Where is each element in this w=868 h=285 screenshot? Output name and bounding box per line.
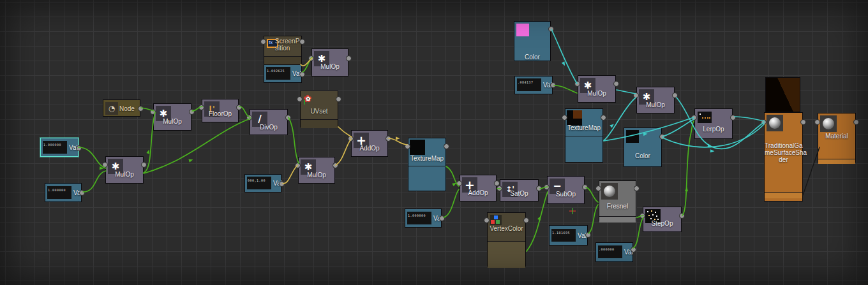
port-input[interactable]	[297, 96, 303, 102]
wire[interactable]	[588, 205, 598, 233]
node-section-divider	[765, 192, 802, 198]
node-uvset[interactable]: ✿✿UVset	[300, 91, 338, 128]
node-mulop-d[interactable]: ✱MulOp	[298, 157, 335, 184]
node-addop-b[interactable]: +AddOp	[460, 175, 497, 201]
node-mulop-f[interactable]: ✱MulOp	[636, 87, 675, 113]
port-input[interactable]	[562, 115, 567, 121]
wire[interactable]	[446, 166, 459, 186]
node-traditional[interactable]: TraditionalGa meSurfaceSha der	[764, 112, 803, 201]
port-output[interactable]	[730, 115, 736, 121]
port-output[interactable]	[634, 186, 640, 191]
wire[interactable]	[682, 121, 694, 216]
node-node[interactable]: ◔Node	[103, 99, 140, 117]
origin-marker	[569, 208, 576, 214]
node-color-a[interactable]: Color	[514, 21, 551, 61]
port-output[interactable]	[523, 217, 529, 223]
wire[interactable]	[336, 139, 351, 165]
multiply-icon: ✱	[108, 159, 123, 174]
sphere-icon	[767, 115, 783, 131]
node-graph-canvas[interactable]: ScreenPo sition1.002625Val✱MulOp✿✿UVset◔…	[0, 0, 868, 285]
node-section-divider	[264, 56, 301, 64]
node-satop[interactable]: ↕'SatOp	[500, 179, 539, 201]
node-subop[interactable]: −SubOp	[547, 176, 585, 204]
texture-thumbnail	[567, 110, 582, 126]
node-divop[interactable]: /DivOp	[250, 109, 288, 135]
node-val-b[interactable]: 1.000000Val	[45, 183, 82, 202]
node-mulop-c[interactable]: ✱MulOp	[105, 156, 144, 184]
wire[interactable]	[735, 117, 764, 121]
node-vertexcolor[interactable]: VertexColor	[487, 212, 526, 267]
port-output[interactable]	[613, 81, 619, 87]
port-output[interactable]	[336, 96, 341, 102]
node-mulop-a[interactable]: ✱MulOp	[311, 48, 348, 77]
node-section-divider	[488, 241, 525, 268]
node-label: Fresnel	[599, 203, 636, 210]
multiply-icon: ✱	[156, 106, 171, 121]
wire[interactable]	[554, 85, 577, 93]
port-output[interactable]	[444, 143, 449, 149]
value-thumbnail: 1.002625	[266, 67, 290, 80]
port-output[interactable]	[439, 216, 445, 221]
port-input[interactable]	[260, 39, 266, 45]
wire[interactable]	[803, 147, 819, 195]
port-output[interactable]	[236, 105, 242, 110]
port-output[interactable]	[800, 119, 806, 125]
node-screen-position[interactable]: ScreenPo sition	[264, 36, 302, 64]
port-output[interactable]	[141, 162, 147, 168]
node-section-divider	[301, 119, 338, 128]
port-output[interactable]	[76, 145, 82, 151]
multiply-icon: ✱	[639, 89, 654, 105]
port-output[interactable]	[601, 115, 606, 121]
sphere-icon	[601, 183, 618, 200]
color-swatch	[516, 24, 529, 36]
node-mulop-e[interactable]: ✱MulOp	[578, 75, 616, 103]
port-output[interactable]	[189, 109, 195, 115]
wire[interactable]	[283, 165, 297, 184]
node-val-sel[interactable]: 1.000000Val	[40, 138, 79, 157]
port-input[interactable]	[595, 186, 601, 191]
port-input[interactable]	[484, 217, 490, 223]
node-texturemap-a[interactable]: TextureMap	[408, 138, 446, 191]
node-material[interactable]: Material	[818, 113, 856, 163]
value-thumbnail: 1.000000	[43, 141, 67, 154]
value-thumbnail: 000,1.00	[247, 177, 271, 189]
wire[interactable]	[389, 138, 407, 145]
node-stepop[interactable]: StepOp	[643, 207, 682, 232]
node-val-e[interactable]: 1.181695Val	[549, 225, 588, 245]
node-floorop[interactable]: ⌊'FloorOp	[202, 99, 239, 122]
port-output[interactable]	[79, 190, 85, 196]
wire[interactable]	[83, 171, 106, 192]
port-input[interactable]	[814, 119, 820, 125]
node-label: Color	[624, 152, 661, 159]
node-label: ScreenPo sition	[275, 38, 303, 52]
node-texturemap-b[interactable]: TextureMap	[565, 108, 603, 163]
port-output[interactable]	[853, 119, 859, 125]
port-output[interactable]	[299, 39, 305, 45]
port-output[interactable]	[138, 106, 144, 112]
node-val-c[interactable]: 000,1.00Val	[244, 174, 281, 193]
node-color-b[interactable]: Color	[624, 128, 662, 167]
node-mulop-b[interactable]: ✱MulOp	[153, 103, 191, 131]
divide-icon: /	[252, 112, 267, 127]
node-label: Color	[514, 54, 550, 61]
node-val-a[interactable]: 1.002625Val	[264, 64, 302, 83]
port-output[interactable]	[346, 55, 352, 61]
wire[interactable]	[662, 119, 694, 136]
node-val-d[interactable]: 1.000000Val	[405, 208, 442, 228]
node-lerpop[interactable]: LerpOp	[694, 108, 733, 139]
wire[interactable]	[444, 189, 459, 217]
node-fresnel[interactable]: Fresnel	[599, 180, 636, 221]
wire[interactable]	[551, 29, 577, 84]
wire[interactable]	[617, 90, 636, 94]
wire[interactable]	[301, 58, 312, 66]
node-val-g[interactable]: .084137Val	[514, 76, 553, 94]
material-preview-thumbnail	[765, 77, 800, 112]
uv-flower-icon: ✿✿	[303, 92, 317, 106]
node-addop-a[interactable]: +AddOp	[351, 130, 388, 157]
wire[interactable]	[338, 127, 352, 137]
add-icon: +	[354, 133, 369, 148]
wire[interactable]	[288, 117, 299, 163]
value-thumbnail: .000000	[598, 245, 622, 258]
node-label: TraditionalGa meSurfaceSha der	[765, 142, 802, 163]
node-val-f[interactable]: .000000Val	[595, 242, 633, 262]
